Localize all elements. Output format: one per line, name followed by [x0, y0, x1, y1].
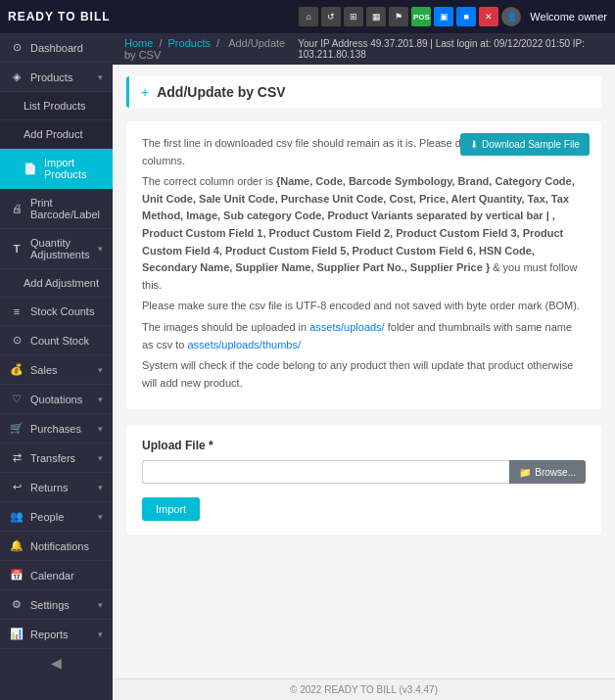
browse-icon: 📁 [519, 467, 531, 478]
flag-icon[interactable]: ⚑ [389, 7, 408, 26]
upload-label: Upload File * [142, 439, 586, 452]
sidebar-label: Import Products [44, 157, 103, 180]
sidebar-label: Add Product [24, 128, 103, 140]
sidebar-item-notifications[interactable]: 🔔 Notifications [0, 532, 113, 561]
sidebar-item-dashboard[interactable]: ⊙ Dashboard [0, 33, 113, 63]
pos-icon[interactable]: POS [411, 7, 431, 26]
sidebar-item-quantity-adj[interactable]: T Quantity Adjustments ▾ [0, 229, 113, 269]
info-line5: System will check if the code belong to … [142, 357, 586, 392]
sidebar-item-add-product[interactable]: Add Product [0, 120, 113, 149]
transfers-arrow: ▾ [98, 453, 103, 463]
print-icon: 🖨 [10, 203, 24, 214]
user-avatar-icon[interactable]: 👤 [501, 7, 521, 26]
sidebar-item-reports[interactable]: 📊 Reports ▾ [0, 620, 113, 649]
sidebar-item-transfers[interactable]: ⇄ Transfers ▾ [0, 443, 113, 473]
sidebar: ⊙ Dashboard ◈ Products ▾ List Products A… [0, 33, 113, 700]
sidebar-label: Stock Counts [30, 305, 103, 317]
path2: assets/uploads/thumbs/ [187, 339, 301, 350]
blue-square2-icon[interactable]: ■ [456, 7, 476, 26]
qty-icon: T [10, 243, 24, 255]
sub-topbar: Home / Products / Add/Update by CSV Your… [113, 33, 615, 65]
info-box: ⬇ Download Sample File The first line in… [126, 121, 601, 409]
main-content: Home / Products / Add/Update by CSV Your… [113, 33, 615, 700]
layout: ⊙ Dashboard ◈ Products ▾ List Products A… [0, 33, 615, 700]
reports-icon: 📊 [10, 628, 24, 640]
sidebar-item-quotations[interactable]: ♡ Quotations ▾ [0, 385, 113, 414]
sidebar-item-sales[interactable]: 💰 Sales ▾ [0, 355, 113, 385]
plus-icon: + [141, 84, 149, 100]
breadcrumb: Home / Products / Add/Update by CSV [124, 37, 298, 61]
breadcrumb-sep1: / [159, 37, 165, 49]
browse-button[interactable]: 📁 Browse... [509, 460, 586, 484]
home-icon[interactable]: ⌂ [299, 7, 318, 26]
sidebar-label: Reports [30, 629, 91, 640]
info-line3: Please make sure the csv file is UTF-8 e… [142, 298, 586, 315]
upload-field: 📁 Browse... [142, 460, 586, 484]
sidebar-item-people[interactable]: 👥 People ▾ [0, 502, 113, 532]
sidebar-item-settings[interactable]: ⚙ Settings ▾ [0, 590, 113, 620]
sidebar-label: Settings [30, 599, 91, 611]
sidebar-label: Add Adjustment [24, 277, 103, 289]
sidebar-item-products[interactable]: ◈ Products ▾ [0, 63, 113, 92]
grid-icon[interactable]: ▦ [366, 7, 386, 26]
products-arrow: ▾ [98, 72, 103, 82]
footer: © 2022 READY TO BILL (v3.4.47) [113, 678, 615, 700]
collapse-icon: ◀ [51, 655, 62, 671]
sidebar-label: Sales [30, 364, 91, 376]
sidebar-label: Calendar [30, 570, 103, 582]
sidebar-item-add-adjustment[interactable]: Add Adjustment [0, 269, 113, 298]
red-x-icon[interactable]: ✕ [479, 7, 498, 26]
ip-info: Your IP Address 49.37.201.89 | Last logi… [298, 38, 603, 60]
products-icon: ◈ [10, 70, 24, 83]
sidebar-label: People [30, 511, 91, 523]
breadcrumb-home[interactable]: Home [124, 37, 153, 49]
quotations-icon: ♡ [10, 393, 24, 405]
sidebar-item-purchases[interactable]: 🛒 Purchases ▾ [0, 414, 113, 443]
sidebar-label: List Products [24, 100, 103, 112]
refresh-icon[interactable]: ↺ [321, 7, 341, 26]
count-icon: ⊙ [10, 334, 24, 347]
blue-square-icon[interactable]: ▣ [434, 7, 453, 26]
sales-arrow: ▾ [98, 365, 103, 375]
returns-icon: ↩ [10, 481, 24, 493]
sidebar-label: Notifications [30, 540, 103, 552]
info-line2: The correct column order is {Name, Code,… [142, 173, 586, 294]
sidebar-label: Dashboard [30, 42, 103, 54]
people-icon: 👥 [10, 510, 24, 523]
people-arrow: ▾ [98, 512, 103, 522]
calendar-icon: 📅 [10, 569, 24, 582]
sidebar-item-stock-counts[interactable]: ≡ Stock Counts [0, 298, 113, 326]
sidebar-label: Quantity Adjustments [30, 237, 91, 260]
sidebar-item-print-barcode[interactable]: 🖨 Print Barcode/Label [0, 189, 113, 229]
welcome-text: Welcome owner [530, 11, 607, 23]
breadcrumb-products[interactable]: Products [168, 37, 211, 49]
page-header: + Add/Update by CSV [126, 76, 601, 108]
sidebar-item-returns[interactable]: ↩ Returns ▾ [0, 473, 113, 502]
returns-arrow: ▾ [98, 483, 103, 492]
sidebar-item-calendar[interactable]: 📅 Calendar [0, 561, 113, 590]
content-area: + Add/Update by CSV ⬇ Download Sample Fi… [113, 65, 615, 678]
sidebar-collapse-btn[interactable]: ◀ [0, 649, 113, 677]
purchases-arrow: ▾ [98, 424, 103, 434]
quotations-arrow: ▾ [98, 395, 103, 404]
sidebar-item-list-products[interactable]: List Products [0, 92, 113, 120]
sidebar-item-count-stock[interactable]: ⊙ Count Stock [0, 326, 113, 355]
settings-arrow: ▾ [98, 600, 103, 610]
topbar: READY TO BILL ⌂ ↺ ⊞ ▦ ⚑ POS ▣ ■ ✕ 👤 Welc… [0, 0, 615, 33]
path1: assets/uploads/ [309, 321, 384, 333]
info-line4: The images should be uploaded in assets/… [142, 319, 586, 353]
purchases-icon: 🛒 [10, 422, 24, 435]
table-icon[interactable]: ⊞ [344, 7, 363, 26]
sidebar-label: Returns [30, 482, 91, 493]
topbar-icons: ⌂ ↺ ⊞ ▦ ⚑ POS ▣ ■ ✕ 👤 Welcome owner [299, 7, 607, 26]
sidebar-label: Purchases [30, 423, 91, 435]
page-title: Add/Update by CSV [157, 84, 285, 100]
download-sample-btn[interactable]: ⬇ Download Sample File [460, 133, 590, 156]
sidebar-item-import-products[interactable]: 📄 Import Products [0, 149, 113, 189]
reports-arrow: ▾ [98, 630, 103, 639]
import-button[interactable]: Import [142, 497, 200, 521]
app-title: READY TO BILL [8, 10, 111, 23]
file-input[interactable] [142, 460, 509, 484]
qty-arrow: ▾ [98, 244, 103, 254]
sidebar-label: Count Stock [30, 335, 103, 347]
